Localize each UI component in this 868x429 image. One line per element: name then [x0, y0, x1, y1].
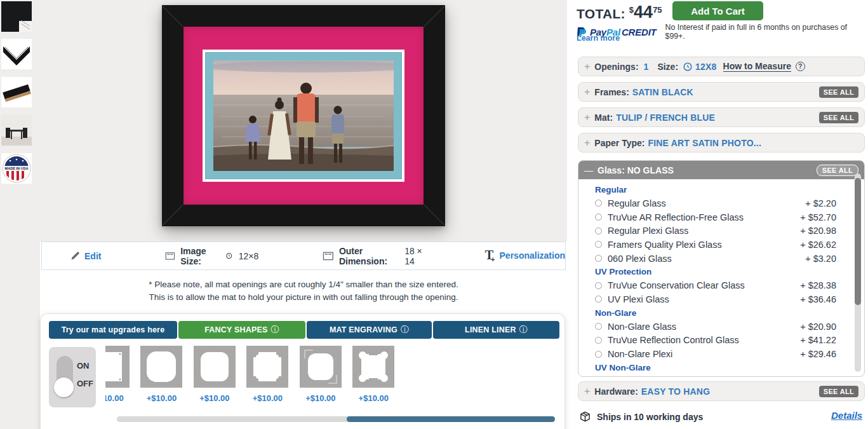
shape-price: +$10.00 [105, 393, 130, 403]
room-floor [1, 137, 32, 146]
glass-option[interactable]: Framers Quality Plexi Glass+ $26.62 [595, 238, 836, 252]
collapse-icon: — [584, 165, 593, 175]
radio-icon[interactable] [595, 228, 602, 235]
how-to-measure-link[interactable]: How to Measure [723, 61, 791, 72]
tab-label: LINEN LINER [465, 325, 516, 334]
tab-label: FANCY SHAPES [204, 325, 267, 334]
info-icon[interactable]: ⓘ [271, 324, 279, 336]
currency-symbol: $ [629, 5, 634, 15]
glass-value: NO GLASS [627, 165, 674, 175]
scrollbar-thumb[interactable] [347, 416, 555, 422]
glass-option[interactable]: 060 Plexi Glass+ $3.20 [595, 252, 836, 266]
glass-option[interactable]: TruVue Reflection Control Glass+ $41.22 [595, 334, 836, 348]
glass-see-all-button[interactable]: SEE ALL [817, 165, 858, 176]
moulding-profile-icon [1, 77, 32, 107]
personalization-button[interactable]: T+ Personalization [485, 249, 565, 263]
shipping-text: Ships in 10 working days [597, 412, 703, 422]
shape-option[interactable]: +$10.00 [140, 346, 182, 403]
edit-label: Edit [84, 251, 101, 261]
radio-icon[interactable] [595, 323, 602, 330]
accordion-glass-header[interactable]: — Glass: NO GLASS SEE ALL [578, 161, 864, 179]
plus-icon: + [584, 386, 590, 397]
paper-type-label: Paper Type: [594, 138, 644, 148]
glass-group-uv-protection: UV Protection [595, 265, 836, 278]
frames-see-all-button[interactable]: SEE ALL [819, 86, 858, 98]
image-size-info: Image Size: 12×8 [164, 246, 258, 266]
details-link[interactable]: Details [831, 410, 862, 421]
hardware-see-all-button[interactable]: SEE ALL [819, 386, 858, 397]
shape-strip-scrollbar[interactable] [117, 416, 555, 422]
plus-icon: + [584, 112, 590, 123]
personalization-label: Personalization [500, 250, 565, 261]
edit-button[interactable]: Edit [70, 251, 101, 261]
radio-icon[interactable] [595, 214, 602, 221]
glass-option[interactable]: Non-Glare Glass+ $20.90 [595, 320, 836, 334]
shape-option[interactable]: +$10.00 [246, 346, 288, 403]
info-icon[interactable]: ⓘ [401, 324, 409, 336]
radio-icon[interactable] [595, 241, 602, 248]
tab-fancy-shapes[interactable]: FANCY SHAPES ⓘ [178, 321, 305, 339]
mat-see-all-button[interactable]: SEE ALL [819, 112, 858, 123]
gallery-thumb-room-scene[interactable] [1, 115, 32, 146]
glass-option[interactable]: UV Plexi Glass+ $36.46 [595, 292, 836, 306]
french-blue-mat [205, 52, 402, 179]
shape-price: +$10.00 [352, 393, 394, 403]
shape-option[interactable]: +$10.00 [300, 346, 342, 403]
made-in-usa-icon: MADE IN USA [1, 153, 32, 184]
glass-option[interactable]: Regular Glass+ $2.20 [595, 196, 836, 210]
outer-dimension-icon [322, 249, 335, 262]
toggle-knob[interactable] [54, 378, 74, 397]
openings-label: Openings: [594, 62, 638, 72]
glass-option[interactable]: TruVue Conservation Clear Glass+ $28.38 [595, 278, 836, 292]
tab-mat-engraving[interactable]: MAT ENGRAVING ⓘ [307, 321, 432, 339]
scrollbar-thumb[interactable] [855, 178, 861, 305]
glass-group-non-glare: Non-Glare [595, 306, 836, 320]
radio-icon[interactable] [595, 282, 602, 289]
glass-scrollbar[interactable] [855, 174, 861, 372]
room-chair [6, 128, 10, 138]
help-icon[interactable]: ? [796, 62, 805, 71]
plus-icon: + [584, 137, 590, 149]
package-icon [579, 411, 591, 423]
glass-option[interactable]: TruVue AR Reflection-Free Glass+ $52.70 [595, 210, 836, 224]
shape-option[interactable]: +$10.00 [194, 346, 236, 403]
radio-icon[interactable] [595, 337, 602, 344]
shape-option[interactable]: +$10.00 [105, 346, 130, 403]
gallery-thumb-frame-corner[interactable] [1, 39, 32, 69]
mat-opening-note-line1: * Please note, all mat openings are cut … [41, 280, 566, 289]
gallery-thumb-frame-corner-detail[interactable] [1, 1, 32, 32]
glass-option[interactable]: Regular Plexi Glass+ $20.98 [595, 224, 836, 238]
gallery-thumb-made-in-usa-badge[interactable]: MADE IN USA [1, 153, 32, 184]
shape-thumbnail-strip: +$10.00 +$10.00 +$10.00 [105, 346, 559, 409]
glass-option[interactable]: Non-Glare Plexi+ $29.46 [595, 347, 836, 361]
text-plus-icon: T+ [485, 249, 495, 263]
accordion-paper-type[interactable]: + Paper Type: FINE ART SATIN PHOTO... [578, 133, 865, 153]
total-label: TOTAL: [577, 6, 625, 22]
radio-icon[interactable] [595, 351, 602, 358]
preview-toolbar: Edit Image Size: 12×8 Outer Dimension: 1… [41, 242, 566, 270]
radio-icon[interactable] [595, 296, 602, 303]
mat-upgrades-card: Try our mat upgrades here FANCY SHAPES ⓘ… [40, 313, 565, 429]
beach-family-photo [213, 60, 394, 171]
left-gray-strip [0, 242, 40, 429]
shape-price: +$10.00 [300, 393, 342, 403]
radio-icon[interactable] [595, 255, 602, 262]
accordion-openings[interactable]: + Openings: 1 Size: 12X8 How to Measure … [578, 57, 865, 76]
radio-icon[interactable] [595, 200, 602, 207]
add-to-cart-button[interactable]: Add To Cart [672, 1, 763, 20]
shape-option[interactable]: +$10.00 [352, 346, 394, 403]
miter-line [162, 205, 183, 226]
learn-more-link[interactable]: Learn more [577, 34, 620, 43]
tab-linen-liner[interactable]: LINEN LINER ⓘ [433, 321, 559, 339]
toggle-on-label: ON [77, 361, 90, 371]
accordion-frames[interactable]: + Frames: SATIN BLACK SEE ALL [578, 82, 865, 102]
accordion-mat[interactable]: + Mat: TULIP / FRENCH BLUE SEE ALL [578, 107, 865, 127]
mat-opening-note-line2: This is to allow the mat to hold your pi… [41, 292, 566, 302]
info-icon[interactable]: ⓘ [519, 324, 528, 336]
gallery-thumb-moulding-profile[interactable] [1, 77, 32, 107]
frame-corner-art [19, 21, 32, 32]
fancy-shapes-toggle[interactable]: ON OFF [49, 347, 96, 407]
plus-icon: + [584, 86, 590, 98]
glass-panel: — Glass: NO GLASS SEE ALL Regular Regula… [578, 160, 865, 377]
accordion-hardware[interactable]: + Hardware: EASY TO HANG SEE ALL [578, 381, 865, 401]
